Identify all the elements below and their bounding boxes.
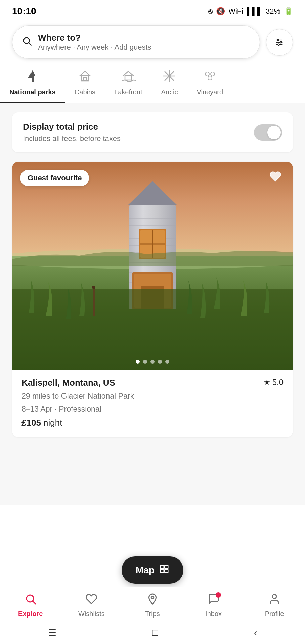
svg-rect-44: [93, 289, 95, 316]
listing-card[interactable]: Guest favourite Kali: [12, 162, 293, 437]
profile-icon: [268, 593, 280, 608]
search-title: Where to?: [38, 33, 151, 43]
price-unit: night: [43, 418, 62, 428]
listing-description-2: 8–13 Apr · Professional: [21, 404, 284, 414]
listing-price: £105 night: [21, 418, 284, 428]
nav-explore[interactable]: Explore: [7, 593, 54, 618]
battery-icon: 🔋: [284, 7, 293, 16]
rating-value: 5.0: [272, 378, 284, 387]
price-toggle-banner: Display total price Includes all fees, b…: [12, 112, 293, 152]
search-subtitle: Anywhere · Any week · Add guests: [38, 43, 151, 52]
map-button-label: Map: [136, 565, 155, 576]
svg-rect-46: [161, 565, 164, 569]
image-pagination: [136, 360, 169, 364]
price-toggle-subtitle: Includes all fees, before taxes: [23, 134, 121, 143]
guest-favourite-badge: Guest favourite: [20, 170, 89, 186]
map-button-container: Map: [122, 556, 183, 584]
svg-rect-8: [32, 76, 34, 82]
svg-point-5: [277, 39, 279, 41]
heart-icon: [269, 170, 281, 185]
svg-point-52: [151, 596, 154, 599]
wishlists-label: Wishlists: [78, 610, 105, 618]
map-button-icon: [159, 564, 169, 576]
svg-point-17: [205, 72, 209, 76]
svg-point-7: [278, 44, 279, 45]
trips-label: Trips: [145, 610, 160, 618]
svg-point-18: [211, 72, 215, 76]
svg-rect-9: [82, 75, 88, 81]
android-home-icon[interactable]: □: [152, 627, 158, 638]
svg-rect-11: [125, 75, 132, 80]
svg-point-53: [272, 595, 276, 599]
android-menu-icon[interactable]: ☰: [48, 627, 56, 638]
wishlist-button[interactable]: [266, 168, 285, 187]
svg-point-45: [92, 286, 95, 289]
search-text: Where to? Anywhere · Any week · Add gues…: [38, 33, 151, 52]
card-image: Guest favourite: [12, 162, 293, 370]
wifi-icon: WiFi: [228, 7, 243, 16]
nav-wishlists[interactable]: Wishlists: [68, 593, 115, 618]
listing-description-1: 29 miles to Glacier National Park: [21, 391, 284, 401]
price-toggle-switch[interactable]: [254, 124, 282, 141]
category-arctic[interactable]: Arctic: [151, 65, 187, 103]
dot-1: [136, 360, 140, 364]
national-parks-icon: [25, 69, 40, 86]
svg-point-19: [208, 76, 212, 80]
explore-label: Explore: [18, 610, 43, 618]
category-vineyard[interactable]: Vineyard: [187, 65, 232, 103]
status-time: 10:10: [12, 6, 36, 17]
bottom-nav: Explore Wishlists Trips Inbox: [0, 587, 305, 621]
arctic-icon: [162, 69, 177, 86]
card-title-row: Kalispell, Montana, US ★ 5.0: [21, 378, 284, 388]
bluetooth-icon: ⎋: [208, 7, 213, 16]
dot-2: [143, 360, 147, 364]
svg-line-51: [33, 601, 36, 604]
guest-favourite-text: Guest favourite: [28, 174, 82, 182]
map-button[interactable]: Map: [122, 556, 183, 584]
cabins-label: Cabins: [75, 88, 95, 96]
price-toggle-text: Display total price Includes all fees, b…: [23, 122, 121, 143]
nav-profile[interactable]: Profile: [251, 593, 298, 618]
svg-rect-43: [12, 289, 293, 370]
vineyard-icon: [203, 69, 217, 86]
status-bar: 10:10 ⎋ 🔇 WiFi ▌▌▌ 32% 🔋: [0, 0, 305, 20]
inbox-notification-dot: [216, 592, 221, 598]
svg-rect-10: [84, 77, 86, 81]
category-cabins[interactable]: Cabins: [65, 65, 105, 103]
search-icon: [22, 36, 32, 48]
lakefront-label: Lakefront: [114, 88, 142, 96]
card-info: Kalispell, Montana, US ★ 5.0 29 miles to…: [12, 370, 293, 437]
signal-icon: ▌▌▌: [247, 7, 262, 16]
svg-rect-47: [165, 565, 168, 569]
svg-rect-48: [161, 569, 164, 573]
vineyard-label: Vineyard: [197, 88, 223, 96]
price-amount: £105: [21, 418, 41, 428]
dot-5: [165, 360, 169, 364]
search-container: Where to? Anywhere · Any week · Add gues…: [0, 20, 305, 63]
android-back-icon[interactable]: ‹: [254, 627, 257, 638]
mute-icon: 🔇: [216, 7, 225, 16]
nav-inbox[interactable]: Inbox: [190, 593, 237, 618]
nav-trips[interactable]: Trips: [129, 593, 176, 618]
inbox-label: Inbox: [205, 610, 222, 618]
category-national-parks[interactable]: National parks: [0, 65, 65, 103]
listing-location: Kalispell, Montana, US: [21, 378, 115, 388]
system-nav-bar: ☰ □ ‹: [0, 621, 305, 644]
dot-4: [158, 360, 162, 364]
trips-icon: [146, 593, 159, 608]
listing-rating: ★ 5.0: [264, 378, 284, 387]
wishlists-icon: [85, 593, 97, 608]
arctic-label: Arctic: [161, 88, 178, 96]
svg-point-16: [168, 75, 171, 77]
filter-button[interactable]: [266, 29, 293, 56]
property-photo: [12, 162, 293, 370]
status-icons: ⎋ 🔇 WiFi ▌▌▌ 32% 🔋: [208, 7, 293, 16]
price-toggle-title: Display total price: [23, 122, 121, 132]
star-icon: ★: [264, 378, 270, 387]
category-tabs: National parks Cabins Lakefront: [0, 63, 305, 103]
search-bar[interactable]: Where to? Anywhere · Any week · Add gues…: [12, 25, 260, 59]
category-lakefront[interactable]: Lakefront: [105, 65, 151, 103]
dot-3: [150, 360, 155, 364]
battery-indicator: 32%: [266, 7, 280, 16]
svg-rect-49: [165, 569, 168, 573]
